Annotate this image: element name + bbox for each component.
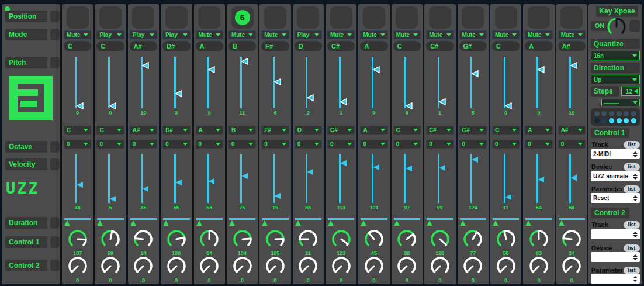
pitch-slider[interactable] xyxy=(227,57,258,108)
octave-select[interactable]: 0 xyxy=(228,140,256,149)
pitch-slider[interactable] xyxy=(293,57,324,108)
control1-track-list-button[interactable]: list xyxy=(624,141,640,149)
control2-parameter-select[interactable] xyxy=(591,274,640,284)
duration-slider[interactable] xyxy=(130,217,157,226)
control2-device-select[interactable] xyxy=(591,252,640,262)
pitch-slider[interactable] xyxy=(194,57,225,108)
control1-knob[interactable] xyxy=(331,229,352,250)
octave-row-button[interactable] xyxy=(50,141,60,153)
pattern-dot[interactable] xyxy=(624,111,629,116)
control1-knob[interactable] xyxy=(265,229,286,250)
pitch-slider[interactable] xyxy=(424,57,455,108)
step-pad[interactable] xyxy=(132,6,154,29)
slider-handle[interactable] xyxy=(471,155,479,162)
duration-slider[interactable] xyxy=(460,217,486,226)
direction-select[interactable]: Up xyxy=(591,75,640,84)
note-select[interactable]: C# xyxy=(327,126,355,135)
step-pad[interactable] xyxy=(165,6,188,29)
slider-handle[interactable] xyxy=(471,69,479,76)
note-select[interactable]: F# xyxy=(261,126,289,135)
control1-parameter-select[interactable]: Reset xyxy=(591,193,640,203)
slider-handle[interactable] xyxy=(504,192,512,199)
duration-slider[interactable] xyxy=(229,217,255,226)
duration-handle[interactable] xyxy=(262,220,268,226)
octave-select[interactable]: 0 xyxy=(261,140,289,149)
note-select[interactable]: D xyxy=(295,126,322,135)
note-select[interactable]: G# xyxy=(459,126,487,135)
octave-select[interactable]: 0 xyxy=(327,140,355,149)
duration-handle[interactable] xyxy=(525,220,531,226)
control2-knob[interactable] xyxy=(133,256,154,277)
duration-handle[interactable] xyxy=(64,220,70,226)
slider-handle[interactable] xyxy=(537,175,545,182)
slider-handle[interactable] xyxy=(109,101,116,108)
slider-handle[interactable] xyxy=(273,77,281,84)
step-pad[interactable] xyxy=(67,6,89,29)
step-pad[interactable]: 6 xyxy=(231,6,254,29)
control1-knob[interactable] xyxy=(396,229,417,250)
velocity-slider[interactable] xyxy=(161,154,192,203)
control2-device-list-button[interactable]: list xyxy=(624,244,640,252)
steps-number-box[interactable]: 12 xyxy=(621,87,640,96)
pattern-select[interactable]: ---------- xyxy=(601,99,640,106)
mode-select[interactable]: Mute xyxy=(459,30,487,39)
duration-slider[interactable] xyxy=(295,217,321,226)
mode-select[interactable]: Mute xyxy=(393,30,421,39)
velocity-slider[interactable] xyxy=(62,154,93,203)
control2-knob[interactable] xyxy=(396,256,417,277)
step-pad[interactable] xyxy=(528,6,550,29)
duration-slider[interactable] xyxy=(97,217,123,226)
step-pad[interactable] xyxy=(560,6,583,29)
mode-select[interactable]: Play xyxy=(295,30,322,39)
pitch-slider[interactable] xyxy=(326,57,356,108)
note-select[interactable]: A# xyxy=(130,126,157,135)
duration-handle[interactable] xyxy=(295,220,301,226)
note-select[interactable]: C xyxy=(64,126,91,135)
slider-handle[interactable] xyxy=(438,97,446,104)
control2-knob[interactable] xyxy=(100,256,121,277)
octave-select[interactable]: 0 xyxy=(96,140,124,149)
control1-knob[interactable] xyxy=(232,229,253,250)
duration-handle[interactable] xyxy=(163,220,169,226)
slider-handle[interactable] xyxy=(306,93,314,100)
pitch-slider[interactable] xyxy=(556,57,587,108)
octave-select[interactable]: 0 xyxy=(360,140,387,149)
note-select[interactable]: A xyxy=(360,126,387,135)
duration-slider[interactable] xyxy=(493,217,519,226)
control2-knob[interactable] xyxy=(331,256,352,277)
note-select[interactable]: C xyxy=(393,126,421,135)
control2-knob[interactable] xyxy=(265,256,286,277)
pitch-slider[interactable] xyxy=(490,57,521,108)
mode-select[interactable]: Mute xyxy=(525,30,552,39)
duration-handle[interactable] xyxy=(361,220,366,226)
pattern-dot[interactable] xyxy=(631,118,636,123)
pitch-slider[interactable] xyxy=(458,57,489,108)
velocity-slider[interactable] xyxy=(523,154,554,203)
mode-select[interactable]: Mute xyxy=(64,30,91,39)
velocity-slider[interactable] xyxy=(95,154,126,203)
pattern-dot[interactable] xyxy=(601,118,607,123)
control1-device-list-button[interactable]: list xyxy=(624,163,640,171)
slider-handle[interactable] xyxy=(340,97,347,104)
control1-track-select[interactable]: 2-MIDI xyxy=(591,149,640,159)
duration-handle[interactable] xyxy=(559,220,565,226)
control2-knob[interactable] xyxy=(166,256,187,277)
pitch-slider[interactable] xyxy=(62,57,93,108)
slider-handle[interactable] xyxy=(405,164,413,171)
slider-handle[interactable] xyxy=(76,101,84,108)
velocity-slider[interactable] xyxy=(293,154,324,203)
octave-select[interactable]: 0 xyxy=(393,140,421,149)
octave-select[interactable]: 0 xyxy=(196,140,223,149)
pattern-dot[interactable] xyxy=(609,118,614,123)
mode-select[interactable]: Play xyxy=(162,30,190,39)
velocity-slider[interactable] xyxy=(128,154,159,203)
quantize-select[interactable]: 16n xyxy=(591,51,640,60)
duration-row-button[interactable] xyxy=(50,217,60,229)
duration-handle[interactable] xyxy=(229,220,235,226)
octave-select[interactable]: 0 xyxy=(558,140,586,149)
mode-select[interactable]: Mute xyxy=(426,30,453,39)
step-pad[interactable] xyxy=(264,6,286,29)
duration-handle[interactable] xyxy=(328,220,334,226)
mode-select[interactable]: Play xyxy=(96,30,124,39)
slider-handle[interactable] xyxy=(175,178,182,185)
